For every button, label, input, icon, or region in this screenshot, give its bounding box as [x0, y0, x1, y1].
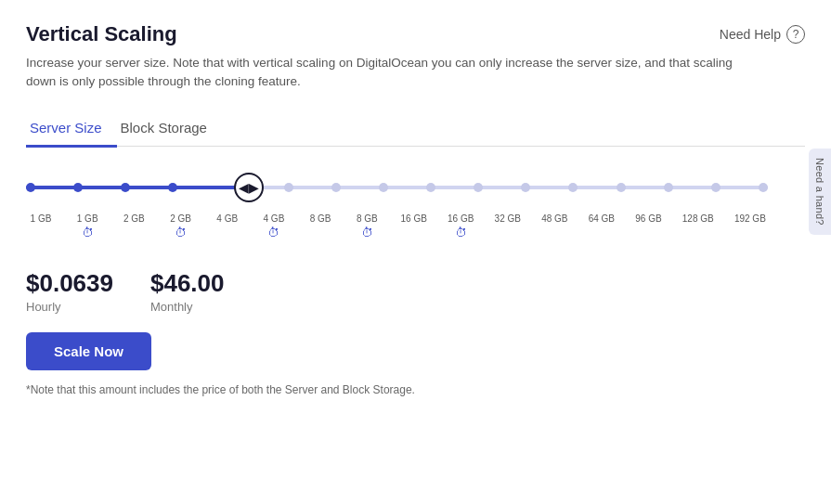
- slider-dot-6: [284, 183, 293, 192]
- need-help-side-tab[interactable]: Need a hand?: [809, 149, 831, 235]
- slider-label-8gb-2: 8 GB ⏱: [354, 213, 380, 239]
- slider-label-48gb: 48 GB: [541, 213, 567, 239]
- slider-dot-16: [759, 183, 768, 192]
- pricing-row: $0.0639 Hourly $46.00 Monthly: [26, 269, 805, 314]
- clock-icon-3: ⏱: [267, 226, 279, 239]
- thumb-arrow-icon: ◀▶: [239, 180, 259, 195]
- hourly-price-group: $0.0639 Hourly: [26, 269, 113, 314]
- page-title: Vertical Scaling: [26, 22, 177, 46]
- help-label: Need Help: [720, 27, 781, 42]
- hourly-price-amount: $0.0639: [26, 269, 113, 298]
- scale-now-button[interactable]: Scale Now: [26, 332, 151, 370]
- slider-label-4gb-2: 4 GB ⏱: [261, 213, 287, 239]
- slider-label-8gb-1: 8 GB: [307, 213, 333, 239]
- slider-dot-12: [568, 183, 578, 192]
- tab-block-storage[interactable]: Block Storage: [117, 110, 222, 148]
- slider-thumb[interactable]: ◀▶: [234, 173, 264, 202]
- slider-label-1gb-2: 1 GB ⏱: [74, 213, 100, 239]
- slider-dot-3: [121, 183, 130, 192]
- monthly-price-group: $46.00 Monthly: [150, 269, 225, 314]
- slider-dots: [26, 173, 768, 202]
- slider-dot-2: [73, 183, 83, 192]
- slider-label-128gb: 128 GB: [682, 213, 714, 239]
- description-text: Increase your server size. Note that wit…: [26, 54, 750, 92]
- slider-dot-1: [26, 183, 35, 192]
- footnote-text: *Note that this amount includes the pric…: [26, 383, 805, 396]
- slider-dot-4: [168, 183, 177, 192]
- tab-server-size[interactable]: Server Size: [26, 110, 117, 148]
- hourly-price-label: Hourly: [26, 300, 113, 314]
- slider-section: ◀▶ 1 GB 1 GB ⏱ 2 GB 2 GB ⏱ 4 GB 4 GB ⏱ 8…: [26, 169, 805, 239]
- slider-dot-10: [474, 183, 483, 192]
- slider-dot-13: [617, 183, 626, 192]
- slider-dot-7: [331, 183, 341, 192]
- slider-dot-11: [521, 183, 530, 192]
- clock-icon-2: ⏱: [175, 226, 187, 239]
- slider-label-192gb: 192 GB: [734, 213, 766, 239]
- slider-labels: 1 GB 1 GB ⏱ 2 GB 2 GB ⏱ 4 GB 4 GB ⏱ 8 GB…: [26, 213, 768, 239]
- slider-label-2gb-1: 2 GB: [121, 213, 147, 239]
- slider-dot-9: [426, 183, 435, 192]
- slider-label-32gb: 32 GB: [495, 213, 521, 239]
- slider-track[interactable]: ◀▶: [26, 169, 768, 206]
- monthly-price-label: Monthly: [150, 300, 225, 314]
- tabs-container: Server Size Block Storage: [26, 110, 805, 148]
- slider-label-4gb-1: 4 GB: [214, 213, 240, 239]
- slider-dot-14: [664, 183, 673, 192]
- clock-icon-4: ⏱: [361, 226, 373, 239]
- help-link[interactable]: Need Help ?: [720, 25, 805, 44]
- slider-label-64gb: 64 GB: [589, 213, 615, 239]
- slider-label-2gb-2: 2 GB ⏱: [168, 213, 194, 239]
- slider-label-16gb-1: 16 GB: [401, 213, 427, 239]
- slider-dot-8: [379, 183, 388, 192]
- slider-label-96gb: 96 GB: [635, 213, 661, 239]
- slider-label-1gb-1: 1 GB: [28, 213, 54, 239]
- clock-icon-1: ⏱: [82, 226, 94, 239]
- monthly-price-amount: $46.00: [150, 269, 225, 298]
- help-icon[interactable]: ?: [786, 25, 805, 44]
- slider-dot-15: [711, 183, 721, 192]
- clock-icon-5: ⏱: [455, 226, 467, 239]
- slider-label-16gb-2: 16 GB ⏱: [448, 213, 474, 239]
